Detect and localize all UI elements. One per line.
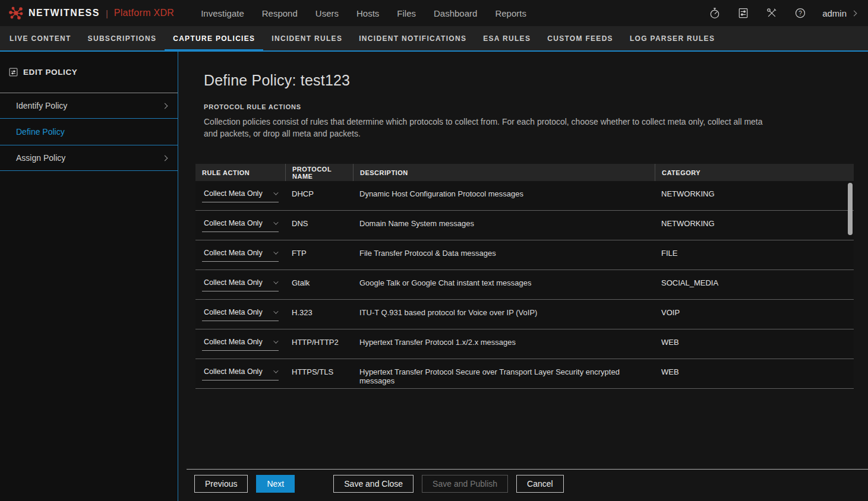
chevron-down-icon [273, 309, 278, 313]
admin-tab[interactable]: LIVE CONTENT [1, 26, 80, 50]
column-header-category[interactable]: CATEGORY [655, 164, 854, 181]
table-row: Collect Meta Only H.323 ITU-T Q.931 base… [195, 300, 854, 329]
category-cell: WEB [655, 329, 854, 347]
description-cell: Hypertext Transfer Protocol 1.x/2.x mess… [353, 329, 655, 347]
chevron-right-icon [851, 10, 857, 16]
brand[interactable]: NETWITNESS | Platform XDR [8, 5, 174, 21]
description-cell: Dynamic Host Configuration Protocol mess… [353, 181, 655, 198]
user-menu[interactable]: admin [819, 8, 860, 18]
policy-steps: Identify Policy Define Policy Assign Pol… [0, 93, 178, 171]
description-cell: Hypertext Transfer Protocol Secure over … [353, 359, 655, 385]
main-menu-item[interactable]: Dashboard [425, 0, 486, 26]
chevron-down-icon [273, 338, 278, 343]
table-row: Collect Meta Only DNS Domain Name System… [195, 211, 854, 240]
table-row: Collect Meta Only DHCP Dynamic Host Conf… [195, 181, 854, 211]
protocol-name-cell: HTTPS/TLS [285, 359, 353, 376]
chevron-down-icon [273, 249, 278, 254]
protocol-name-cell: FTP [285, 240, 353, 258]
section-label: PROTOCOL RULE ACTIONS [204, 103, 868, 110]
timer-icon[interactable] [705, 3, 725, 23]
policy-step-item[interactable]: Define Policy [0, 119, 178, 145]
wizard-footer: PreviousNextSave and CloseSave and Publi… [187, 469, 868, 501]
svg-text:?: ? [798, 10, 802, 17]
chevron-down-icon [273, 190, 278, 195]
protocol-name-cell: H.323 [285, 300, 353, 317]
footer-button[interactable]: Next [256, 475, 295, 493]
sidebar-header: EDIT POLICY [0, 52, 178, 93]
footer-button[interactable]: Save and Close [333, 475, 414, 493]
main-menu-item[interactable]: Users [307, 0, 348, 26]
section-description: Collection policies consist of rules tha… [204, 116, 777, 139]
category-cell: VOIP [655, 300, 854, 317]
table-body: Collect Meta Only DHCP Dynamic Host Conf… [195, 181, 854, 389]
define-policy-panel: Define Policy: test123 PROTOCOL RULE ACT… [178, 52, 868, 501]
admin-tab[interactable]: INCIDENT NOTIFICATIONS [351, 26, 475, 50]
rule-action-select[interactable]: Collect Meta Only [202, 278, 279, 291]
chevron-down-icon [273, 368, 278, 373]
brand-separator: | [106, 8, 108, 18]
content-area: EDIT POLICY Identify Policy Define Polic… [0, 52, 868, 501]
description-cell: File Transfer Protocol & Data messages [353, 240, 655, 258]
rule-action-select[interactable]: Collect Meta Only [202, 308, 279, 321]
table-row: Collect Meta Only Gtalk Google Talk or G… [195, 270, 854, 300]
category-cell: NETWORKING [655, 211, 854, 228]
table-scrollbar-thumb[interactable] [848, 183, 853, 235]
table-row: Collect Meta Only HTTP/HTTP2 Hypertext T… [195, 329, 854, 359]
description-cell: ITU-T Q.931 based protocol for Voice ove… [353, 300, 655, 317]
main-menu-item[interactable]: Reports [486, 0, 535, 26]
footer-button[interactable]: Save and Publish [422, 475, 508, 493]
protocol-name-cell: Gtalk [285, 270, 353, 287]
admin-tab[interactable]: CAPTURE POLICIES [165, 26, 263, 50]
jobs-icon[interactable] [733, 3, 753, 23]
policy-step-item[interactable]: Identify Policy [0, 93, 178, 119]
rule-action-select[interactable]: Collect Meta Only [202, 338, 279, 351]
footer-button[interactable]: Cancel [516, 475, 564, 493]
admin-tab[interactable]: ESA RULES [475, 26, 539, 50]
topnav-actions: ? admin [705, 3, 860, 23]
rule-action-select[interactable]: Collect Meta Only [202, 249, 279, 262]
rule-action-select[interactable]: Collect Meta Only [202, 189, 279, 202]
user-name: admin [822, 8, 847, 18]
edit-policy-sidebar: EDIT POLICY Identify Policy Define Polic… [0, 52, 178, 501]
main-menu-item[interactable]: Hosts [348, 0, 388, 26]
admin-tab[interactable]: SUBSCRIPTIONS [80, 26, 165, 50]
column-header-rule-action[interactable]: RULE ACTION [195, 164, 285, 181]
admin-tab[interactable]: CUSTOM FEEDS [539, 26, 621, 50]
tools-icon[interactable] [762, 3, 782, 23]
help-icon[interactable]: ? [790, 3, 810, 23]
chevron-right-icon [162, 155, 168, 161]
category-cell: FILE [655, 240, 854, 258]
protocol-name-cell: DHCP [285, 181, 353, 198]
footer-button[interactable]: Previous [194, 475, 248, 493]
sidebar-title: EDIT POLICY [23, 68, 77, 77]
rule-action-select[interactable]: Collect Meta Only [202, 219, 279, 232]
main-menu-item[interactable]: Investigate [192, 0, 253, 26]
protocol-name-cell: HTTP/HTTP2 [285, 329, 353, 347]
category-cell: SOCIAL_MEDIA [655, 270, 854, 287]
main-menu-item[interactable]: Files [388, 0, 425, 26]
category-cell: WEB [655, 359, 854, 376]
edit-policy-icon [8, 67, 18, 77]
chevron-down-icon [273, 279, 278, 284]
page-title: Define Policy: test123 [204, 72, 868, 89]
table-row: Collect Meta Only HTTPS/TLS Hypertext Tr… [195, 359, 854, 389]
admin-tabs-bar: LIVE CONTENTSUBSCRIPTIONSCAPTURE POLICIE… [0, 26, 868, 52]
top-navigation-bar: NETWITNESS | Platform XDR InvestigateRes… [0, 0, 868, 26]
table-header: RULE ACTION PROTOCOL NAME DESCRIPTION CA… [195, 164, 854, 181]
policy-step-item[interactable]: Assign Policy [0, 145, 178, 171]
protocol-name-cell: DNS [285, 211, 353, 228]
brand-product: Platform XDR [114, 8, 174, 18]
main-menu-item[interactable]: Respond [253, 0, 307, 26]
column-header-description[interactable]: DESCRIPTION [353, 164, 655, 181]
description-cell: Domain Name System messages [353, 211, 655, 228]
category-cell: NETWORKING [655, 181, 854, 198]
main-menu: InvestigateRespondUsersHostsFilesDashboa… [192, 0, 535, 26]
admin-tab[interactable]: LOG PARSER RULES [621, 26, 723, 50]
admin-tab[interactable]: INCIDENT RULES [263, 26, 351, 50]
netwitness-logo-icon [8, 5, 24, 21]
protocol-rules-table: RULE ACTION PROTOCOL NAME DESCRIPTION CA… [195, 164, 854, 389]
column-header-protocol-name[interactable]: PROTOCOL NAME [285, 164, 353, 181]
chevron-right-icon [162, 103, 168, 109]
table-row: Collect Meta Only FTP File Transfer Prot… [195, 240, 854, 270]
rule-action-select[interactable]: Collect Meta Only [202, 367, 279, 380]
